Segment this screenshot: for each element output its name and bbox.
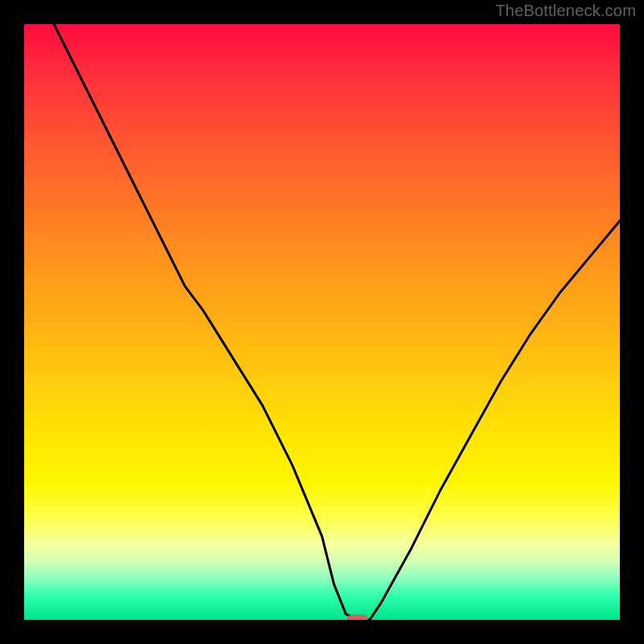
plot-area	[24, 24, 620, 620]
chart-frame: TheBottleneck.com	[0, 0, 644, 644]
optimal-marker	[347, 614, 368, 620]
watermark-text: TheBottleneck.com	[495, 2, 636, 20]
bottleneck-curve	[24, 24, 620, 620]
